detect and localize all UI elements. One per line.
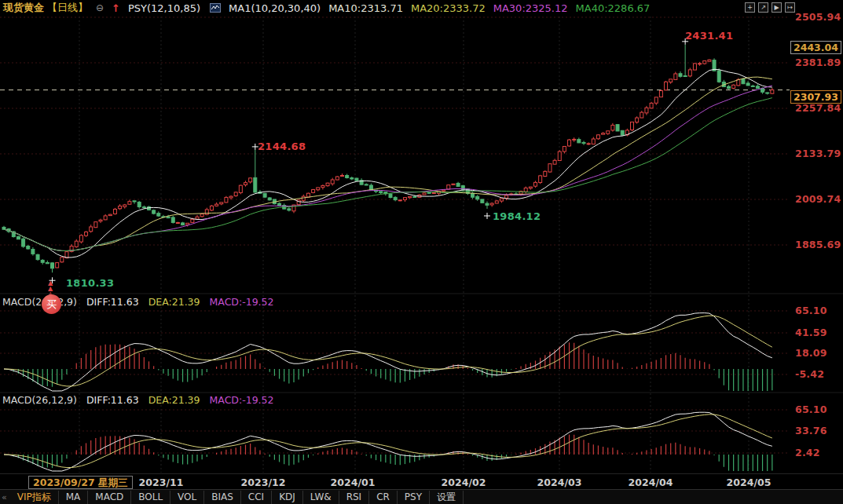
toolbar-tab-psy[interactable]: PSY — [398, 491, 430, 504]
play-chart-icon[interactable]: ▶ — [772, 2, 782, 13]
chart-header: 现货黄金 【日线】 ⊖ ↑ PSY(12,10,85) MA1(10,20,30… — [0, 0, 843, 16]
psy-indicator-label[interactable]: PSY(12,10,85) — [128, 2, 200, 14]
toolbar-tab-rsi[interactable]: RSI — [339, 491, 370, 504]
toolbar-tab-kdj[interactable]: KDJ — [272, 491, 303, 504]
buy-signal-marker: 买 — [42, 294, 61, 314]
month-label: 2024/05 — [727, 477, 772, 488]
ma30-value: MA30:2325.12 — [493, 2, 568, 14]
month-label: 2024/02 — [442, 477, 486, 488]
toolbar-tab-cr[interactable]: CR — [369, 491, 398, 504]
toolbar-tab-boll[interactable]: BOLL — [131, 491, 170, 504]
selected-date-label: 2023/09/27 星期三 — [28, 476, 133, 489]
diff-value: DIFF:11.63 — [86, 394, 139, 406]
toolbar-tab-lw&[interactable]: LW& — [303, 491, 339, 504]
month-label: 2024/03 — [537, 477, 582, 488]
ma40-value: MA40:2286.67 — [576, 2, 651, 14]
scale-axis-icon[interactable]: ↗ — [758, 2, 768, 13]
ma20-value: MA20:2333.72 — [411, 2, 486, 14]
mini-chart-icon — [210, 3, 221, 13]
month-label: 2024/04 — [629, 477, 673, 488]
macd-label-row-2: MACD(26,12,9) DIFF:11.63 DEA:21.39 MACD:… — [2, 394, 274, 406]
ma10-value: MA10:2313.71 — [328, 2, 403, 14]
indicator-toolbar: « VIP指标MAMACDBOLLVOLBIASCCIKDJLW&RSICRPS… — [0, 489, 843, 504]
toolbar-tab-cci[interactable]: CCI — [241, 491, 272, 504]
move-chart-icon[interactable]: + — [745, 2, 755, 13]
toolbar-tab-macd[interactable]: MACD — [88, 491, 131, 504]
month-label: 2023/11 — [139, 477, 184, 488]
diff-value: DIFF:11.63 — [86, 296, 139, 308]
macd-params-label[interactable]: MACD(26,12,9) — [2, 394, 77, 406]
period-label[interactable]: 【日线】 — [47, 1, 88, 15]
macd-value: MACD:-19.52 — [210, 394, 274, 406]
toolbar-tab-设置[interactable]: 设置 — [430, 491, 464, 504]
toolbar-tab-bias[interactable]: BIAS — [204, 491, 241, 504]
ma-group-label[interactable]: MA1(10,20,30,40) — [229, 2, 321, 14]
up-arrow-icon: ↑ — [112, 2, 120, 14]
collapse-icon[interactable]: ⊖ — [96, 2, 104, 13]
month-label: 2023/12 — [241, 477, 286, 488]
time-axis: 2023/09/27 星期三 2023/112023/122024/012024… — [0, 473, 843, 489]
macd-value: MACD:-19.52 — [210, 296, 274, 308]
dea-value: DEA:21.39 — [148, 394, 200, 406]
symbol-title: 现货黄金 — [3, 1, 44, 15]
toolbar-tab-ma[interactable]: MA — [59, 491, 89, 504]
macd-params-label[interactable]: MACD(26,12,9) — [2, 296, 77, 308]
window-icon-group: +↗▶↦ — [745, 2, 795, 13]
export-chart-icon[interactable]: ↦ — [785, 2, 795, 13]
candlestick-chart-canvas[interactable] — [0, 0, 843, 504]
month-label: 2024/01 — [331, 477, 376, 488]
toolbar-left-icon[interactable]: « — [2, 492, 7, 502]
toolbar-tab-vip指标[interactable]: VIP指标 — [10, 491, 59, 504]
dea-value: DEA:21.39 — [148, 296, 200, 308]
toolbar-tab-vol[interactable]: VOL — [170, 491, 204, 504]
